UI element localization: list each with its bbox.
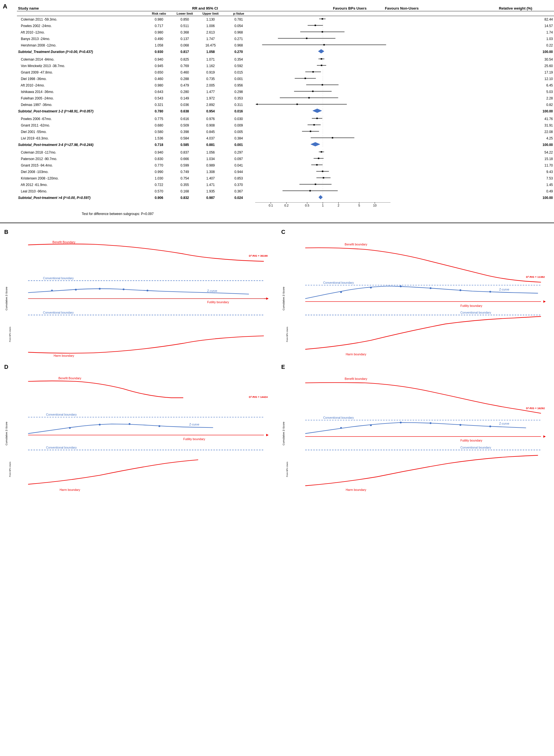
- upper-val: 1.477: [198, 88, 223, 95]
- svg-rect-69: [322, 171, 323, 172]
- study-name: Coleman 2018 -117mo.: [17, 149, 146, 155]
- header-weight: Relative weight (%): [498, 6, 554, 11]
- pval-val: 0.005: [223, 128, 254, 135]
- panel-b-chart: Cumulative Z-Score From BPs Users Benefi…: [4, 235, 273, 362]
- pval-val: 0.041: [223, 162, 254, 169]
- svg-marker-124: [543, 435, 546, 438]
- subtotal-upper: 0.987: [198, 194, 223, 201]
- rr-val: 0.940: [146, 56, 172, 63]
- upper-val: 1.056: [198, 149, 223, 155]
- lower-val: 0.584: [172, 135, 198, 141]
- panel-d-label: D: [4, 364, 8, 370]
- subtotal-pval: 0.270: [223, 49, 254, 55]
- svg-point-128: [429, 422, 431, 424]
- svg-text:Cumulative Z-Score: Cumulative Z-Score: [5, 287, 8, 311]
- subtotal-pval: 0.016: [223, 108, 254, 114]
- svg-text:5: 5: [358, 204, 360, 207]
- rr-val: 0.990: [146, 169, 172, 175]
- forest-plot-cell: [254, 169, 498, 175]
- b-futility-label: Futility boundary: [207, 300, 229, 304]
- svg-rect-31: [321, 84, 323, 86]
- rr-val: 0.650: [146, 69, 172, 75]
- table-row: Aft 2010 -24mo. 0.980 0.479 2.005 0.956 …: [17, 82, 554, 88]
- lower-val: 0.769: [172, 63, 198, 69]
- pval-val: 0.030: [223, 116, 254, 122]
- subtotal-upper: 1.058: [198, 49, 223, 55]
- subtotal-pval: 0.001: [223, 141, 254, 148]
- panel-b-label: B: [4, 229, 8, 235]
- axis-row: 0.10.20.512510: [17, 202, 554, 210]
- lower-val: 0.280: [172, 88, 198, 95]
- pval-val: 0.009: [223, 122, 254, 128]
- subtotal-lower: 0.832: [172, 194, 198, 201]
- panels-de-row: D Cumulative Z-Score From BPs Users Bene…: [0, 361, 554, 493]
- b-zcurve-label: Z-curve: [207, 289, 217, 293]
- e-diris-label: D²-RIS = 16292: [526, 406, 544, 410]
- svg-point-120: [128, 423, 130, 425]
- svg-text:Cumulative Z-Score: Cumulative Z-Score: [282, 422, 285, 445]
- upper-val: 1.130: [198, 16, 223, 23]
- subtotal-rr: 0.906: [146, 194, 172, 201]
- pval-val: 0.015: [223, 69, 254, 75]
- upper-val: 1.972: [198, 95, 223, 102]
- rr-val: 0.830: [146, 155, 172, 162]
- svg-rect-46: [316, 118, 318, 119]
- subtotal-lower: 0.585: [172, 141, 198, 148]
- weight-val: 12.10: [498, 75, 554, 82]
- table-row: Diel 2001 -55mo. 0.580 0.398 0.845 0.005…: [17, 128, 554, 135]
- b-harm-label: Harm boundary: [54, 354, 74, 357]
- weight-val: 41.76: [498, 116, 554, 122]
- table-row: Gnant 2015 -94.4mo. 0.770 0.599 0.989 0.…: [17, 162, 554, 169]
- upper-val: 2.613: [198, 29, 223, 36]
- c-futility-label: Futility boundary: [460, 304, 482, 307]
- table-row: Fuleihan 2005 -24mo. 0.543 0.149 1.972 0…: [17, 95, 554, 102]
- pval-val: 0.968: [223, 29, 254, 36]
- study-name: Delmas 1997 -36mo.: [17, 102, 146, 108]
- header-plot-empty: [254, 11, 498, 16]
- study-name: Diel 1998 -36mo.: [17, 75, 146, 82]
- svg-point-119: [99, 424, 100, 426]
- forest-plot-cell: [254, 95, 498, 102]
- svg-point-113: [459, 290, 461, 291]
- header-lower: Lower limit: [172, 11, 198, 16]
- table-row: Aft 2010 -12mo. 0.980 0.368 2.613 0.968 …: [17, 29, 554, 36]
- panel-e-chart: Cumulative Z-Score From BPs Users Benefi…: [281, 370, 550, 497]
- e-benefit-label: Benefit boundary: [344, 377, 367, 380]
- pval-val: 0.354: [223, 56, 254, 63]
- panel-c-chart: Cumulative Z-Score From BPs Users Benefi…: [281, 235, 550, 362]
- table-row: Paterson 2012 -90.7mo. 0.830 0.666 1.034…: [17, 155, 554, 162]
- svg-point-129: [459, 424, 461, 426]
- rr-val: 0.722: [146, 182, 172, 188]
- lower-val: 0.511: [172, 22, 198, 29]
- panel-d-chart: Cumulative Z-Score From BPs Users Benefi…: [4, 370, 273, 497]
- upper-val: 0.735: [198, 75, 223, 82]
- svg-rect-55: [332, 137, 333, 139]
- axis-labels: 0.10.20.512510: [254, 202, 498, 210]
- lower-val: 0.837: [172, 149, 198, 155]
- lower-val: 0.666: [172, 155, 198, 162]
- forest-plot-cell: [254, 22, 498, 29]
- study-name: Ishikawa 2014 -36mo.: [17, 88, 146, 95]
- d-conv-bot-label: Conventional boundary: [46, 446, 77, 449]
- study-name: Aft 2012 -61.9mo.: [17, 182, 146, 188]
- e-futility-label: Futility boundary: [460, 439, 482, 442]
- svg-text:Cumulative Z-Score: Cumulative Z-Score: [282, 287, 285, 311]
- svg-marker-40: [256, 104, 258, 105]
- test-diff: Test for difference between subgroups: P…: [82, 211, 546, 217]
- svg-point-130: [489, 426, 491, 427]
- upper-val: 1.006: [198, 22, 223, 29]
- lower-val: 0.036: [172, 102, 198, 108]
- svg-rect-72: [323, 177, 324, 179]
- rr-val: 1.030: [146, 175, 172, 182]
- subtotal-plot: [254, 141, 498, 148]
- rr-val: 1.058: [146, 42, 172, 49]
- panel-d: D Cumulative Z-Score From BPs Users Bene…: [0, 361, 277, 493]
- forest-plot-cell: [254, 36, 498, 42]
- header-pval: p-Value: [223, 11, 254, 16]
- pval-val: 0.384: [223, 135, 254, 141]
- svg-marker-80: [319, 195, 323, 199]
- pval-val: 0.271: [223, 36, 254, 42]
- c-diris-label: D²-RIS = 11382: [526, 275, 544, 278]
- study-name: Coleman 2011 -59.3mo.: [17, 16, 146, 23]
- subtotal-rr: 0.780: [146, 108, 172, 114]
